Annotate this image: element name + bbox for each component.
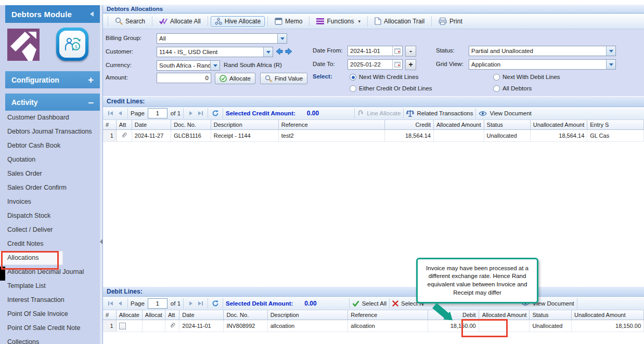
sidebar-item-interest-transaction[interactable]: Interest Transaction [0,293,100,307]
first-page-icon[interactable] [107,110,114,117]
radio-either-credit-or-debit-lines[interactable] [350,85,356,92]
calendar-icon[interactable] [392,60,402,69]
col-att[interactable]: Att [165,310,179,320]
col-unallocated-amount[interactable]: Unallocated Amount [572,310,644,320]
dropdown-arrow-icon[interactable] [606,60,615,69]
sidebar-item-credit-notes[interactable]: Credit Notes [0,237,100,251]
sidebar-collapse-icon[interactable] [90,11,94,17]
paperclip-icon[interactable] [169,322,176,329]
search-button[interactable]: Search [111,16,149,27]
col-reference[interactable]: Reference [348,310,428,320]
customer-prev-icon[interactable] [275,47,284,56]
col-doc-no[interactable]: Doc. No. [224,310,267,320]
last-page-icon[interactable] [197,300,204,307]
radio-either-credit-or-debit-lines-label[interactable]: Either Credit Or Debit Lines [359,85,432,91]
sidebar-header[interactable]: Debtors Module [5,5,100,23]
col-date[interactable]: Date [132,120,171,130]
col-allocated-amount[interactable]: Allocated Amount [479,310,530,320]
sidebar-item-invoices[interactable]: Invoices [0,195,100,209]
status-select[interactable]: Partial and Unallocated [469,46,616,56]
sidebar-section-activity[interactable]: Activity – [5,94,100,111]
paperclip-icon[interactable] [121,131,127,139]
date-to-input[interactable]: 2025-01-22 [347,59,403,70]
expand-icon[interactable]: + [88,75,94,85]
date-from-input[interactable]: 2024-11-01 [347,46,403,56]
sidebar-section-configuration[interactable]: Configuration + [5,71,100,88]
grid-view-select[interactable]: Application [469,59,616,70]
date-to-step-button[interactable]: + [405,59,416,70]
dropdown-arrow-icon[interactable] [277,34,287,43]
billing-group-select[interactable]: All [157,33,287,44]
radio-next-with-debit-lines[interactable] [493,74,500,81]
first-page-icon[interactable] [107,300,114,307]
currency-select[interactable]: South Africa - Rand So [157,60,220,71]
sidebar-item-template-list[interactable]: Template List [0,279,100,293]
col-num[interactable]: # [103,310,116,320]
col-unallocated-amount[interactable]: Unallocated Amount [530,120,587,130]
prev-page-icon[interactable] [117,300,124,307]
next-page-icon[interactable] [187,110,195,117]
credit-page-input[interactable] [148,108,168,118]
col-allocat[interactable]: Allocat [142,310,165,320]
sidebar-item-collect-deliver[interactable]: Collect / Deliver [0,223,100,237]
radio-all-debtors[interactable] [493,85,500,92]
dropdown-arrow-icon[interactable] [210,61,220,70]
credit-table-row[interactable]: 1 2024-11-27 GLCB1116 Receipt - 1144 tes… [103,130,644,142]
related-transactions-button[interactable]: Related Transactions [406,110,473,117]
col-num[interactable]: # [103,120,116,130]
sidebar-item-dispatch-stock[interactable]: Dispatch Stock [0,209,100,223]
radio-all-debtors-label[interactable]: All Debtors [503,85,532,91]
refresh-icon[interactable] [212,110,219,117]
amount-input[interactable] [157,73,211,83]
find-value-button[interactable]: Find Value [260,73,307,84]
allocate-button[interactable]: Allocate [215,73,255,84]
col-date[interactable]: Date [179,310,224,320]
collapse-section-icon[interactable]: – [88,97,94,107]
debit-page-input[interactable] [148,298,168,309]
sidebar-item-collections[interactable]: Collections [0,335,100,344]
sidebar-item-debtor-cash-book[interactable]: Debtor Cash Book [0,139,100,153]
allocate-checkbox[interactable] [119,323,126,329]
credit-view-document-button[interactable]: View Document [479,110,531,116]
refresh-icon[interactable] [212,300,219,307]
col-allocated-amount[interactable]: Allocated Amount [433,120,484,130]
col-status[interactable]: Status [530,310,572,320]
sidebar-item-point-of-sale-credit-note[interactable]: Point Of Sale Credit Note [0,321,100,335]
radio-next-with-credit-lines[interactable] [350,74,356,81]
sidebar-item-point-of-sale-invoice[interactable]: Point Of Sale Invoice [0,307,100,321]
calendar-icon[interactable] [392,46,402,56]
col-att[interactable]: Att [116,120,132,130]
sidebar-item-customer-dashboard[interactable]: Customer Dashboard [0,111,100,125]
allocation-trail-button[interactable]: Allocation Trail [370,16,429,27]
col-entry-source[interactable]: Entry S [587,120,644,130]
customer-select[interactable]: 1144 - IS_ USD Client [157,47,273,57]
dropdown-arrow-icon[interactable] [263,47,273,57]
date-from-step-button[interactable]: - [405,46,416,57]
sidebar-item-quotation[interactable]: Quotation [0,153,100,167]
select-all-button[interactable]: Select All [352,300,387,307]
allocate-all-button[interactable]: Allocate All [155,16,205,27]
memo-button[interactable]: Memo [271,16,306,27]
col-description[interactable]: Description [211,120,278,130]
sidebar-item-sales-order-confirm[interactable]: Sales Order Confirm [0,181,100,195]
col-description[interactable]: Description [267,310,348,320]
splitter-collapse-icon[interactable] [100,239,102,244]
col-reference[interactable]: Reference [278,120,384,130]
col-status[interactable]: Status [484,120,530,130]
debit-table-row[interactable]: 1 2024-11-01 INV808992 allcoation allcoa… [103,320,644,332]
prev-page-icon[interactable] [117,110,124,117]
col-allocate[interactable]: Allocate [116,310,142,320]
dropdown-arrow-icon[interactable] [606,46,615,56]
radio-next-with-credit-lines-label[interactable]: Next With Credit Lines [359,74,418,80]
next-page-icon[interactable] [187,300,195,307]
radio-next-with-debit-lines-label[interactable]: Next With Debit Lines [503,74,560,80]
hive-allocate-button[interactable]: Hive Allocate [211,16,265,27]
allocations-app-icon[interactable]: $ [56,28,88,61]
sidebar-item-debtors-journal-transactions[interactable]: Debtors Journal Transactions [0,125,100,139]
customer-next-icon[interactable] [285,47,293,56]
col-doc-no[interactable]: Doc. No. [171,120,211,130]
functions-button[interactable]: Functions ▾ [312,16,365,27]
col-credit[interactable]: Credit [385,120,434,130]
print-button[interactable]: Print [434,16,467,27]
last-page-icon[interactable] [197,110,204,117]
